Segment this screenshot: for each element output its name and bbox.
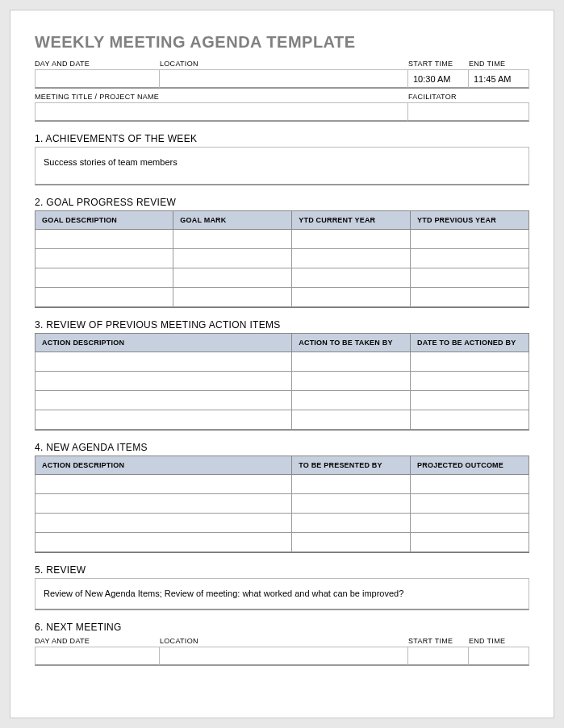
next-start-time-label: START TIME bbox=[408, 635, 469, 647]
meta-row-2: MEETING TITLE / PROJECT NAME FACILITATOR bbox=[35, 91, 529, 122]
next-day-date-label: DAY AND DATE bbox=[35, 635, 160, 647]
table-row bbox=[36, 533, 529, 552]
goal-col-ytd-current: YTD CURRENT YEAR bbox=[292, 211, 411, 230]
section-6-heading: 6. NEXT MEETING bbox=[35, 622, 529, 633]
start-time-input[interactable]: 10:30 AM bbox=[408, 69, 469, 89]
table-row bbox=[36, 352, 529, 372]
day-date-input[interactable] bbox=[35, 69, 160, 89]
meeting-title-label: MEETING TITLE / PROJECT NAME bbox=[35, 91, 408, 102]
table-row bbox=[36, 268, 529, 288]
next-end-time-input[interactable] bbox=[469, 647, 529, 666]
next-day-date-input[interactable] bbox=[35, 647, 160, 666]
goal-col-ytd-previous: YTD PREVIOUS YEAR bbox=[411, 211, 529, 230]
section-1-heading: 1. ACHIEVEMENTS OF THE WEEK bbox=[35, 133, 529, 144]
new-col-presented-by: TO BE PRESENTED BY bbox=[292, 456, 411, 475]
section-1-body[interactable]: Success stories of team members bbox=[35, 147, 529, 185]
day-date-label: DAY AND DATE bbox=[35, 58, 160, 69]
page-title: WEEKLY MEETING AGENDA TEMPLATE bbox=[35, 33, 529, 52]
new-col-outcome: PROJECTED OUTCOME bbox=[411, 456, 529, 475]
table-row bbox=[36, 230, 529, 249]
goal-col-description: GOAL DESCRIPTION bbox=[36, 211, 173, 230]
start-time-label: START TIME bbox=[408, 58, 469, 69]
page: WEEKLY MEETING AGENDA TEMPLATE DAY AND D… bbox=[10, 10, 554, 718]
goal-progress-table: GOAL DESCRIPTION GOAL MARK YTD CURRENT Y… bbox=[35, 210, 529, 307]
table-row bbox=[36, 288, 529, 307]
new-col-description: ACTION DESCRIPTION bbox=[36, 456, 292, 475]
table-row bbox=[36, 494, 529, 514]
next-location-input[interactable] bbox=[160, 647, 408, 666]
previous-action-table: ACTION DESCRIPTION ACTION TO BE TAKEN BY… bbox=[35, 333, 529, 430]
table-row bbox=[36, 249, 529, 268]
section-3-heading: 3. REVIEW OF PREVIOUS MEETING ACTION ITE… bbox=[35, 319, 529, 331]
section-4-heading: 4. NEW AGENDA ITEMS bbox=[35, 442, 529, 453]
meeting-title-input[interactable] bbox=[35, 102, 408, 122]
table-row bbox=[36, 475, 529, 494]
end-time-label: END TIME bbox=[469, 58, 529, 69]
new-agenda-table: ACTION DESCRIPTION TO BE PRESENTED BY PR… bbox=[35, 456, 529, 552]
prev-col-taken-by: ACTION TO BE TAKEN BY bbox=[292, 334, 411, 352]
section-2-heading: 2. GOAL PROGRESS REVIEW bbox=[35, 197, 529, 208]
end-time-input[interactable]: 11:45 AM bbox=[469, 69, 529, 89]
next-meeting-row: DAY AND DATE LOCATION START TIME END TIM… bbox=[35, 635, 529, 666]
facilitator-label: FACILITATOR bbox=[408, 91, 529, 102]
next-location-label: LOCATION bbox=[160, 635, 408, 647]
meta-row-1: DAY AND DATE LOCATION START TIME 10:30 A… bbox=[35, 58, 529, 89]
prev-col-description: ACTION DESCRIPTION bbox=[36, 334, 292, 352]
location-label: LOCATION bbox=[160, 58, 408, 69]
goal-col-mark: GOAL MARK bbox=[173, 211, 292, 230]
table-row bbox=[36, 372, 529, 391]
section-5-body[interactable]: Review of New Agenda Items; Review of me… bbox=[35, 578, 529, 610]
location-input[interactable] bbox=[160, 69, 408, 89]
table-row bbox=[36, 391, 529, 410]
table-row bbox=[36, 410, 529, 430]
table-row bbox=[36, 514, 529, 533]
facilitator-input[interactable] bbox=[408, 102, 529, 122]
next-end-time-label: END TIME bbox=[469, 635, 529, 647]
section-5-heading: 5. REVIEW bbox=[35, 564, 529, 576]
prev-col-actioned-by: DATE TO BE ACTIONED BY bbox=[411, 334, 529, 352]
next-start-time-input[interactable] bbox=[408, 647, 469, 666]
